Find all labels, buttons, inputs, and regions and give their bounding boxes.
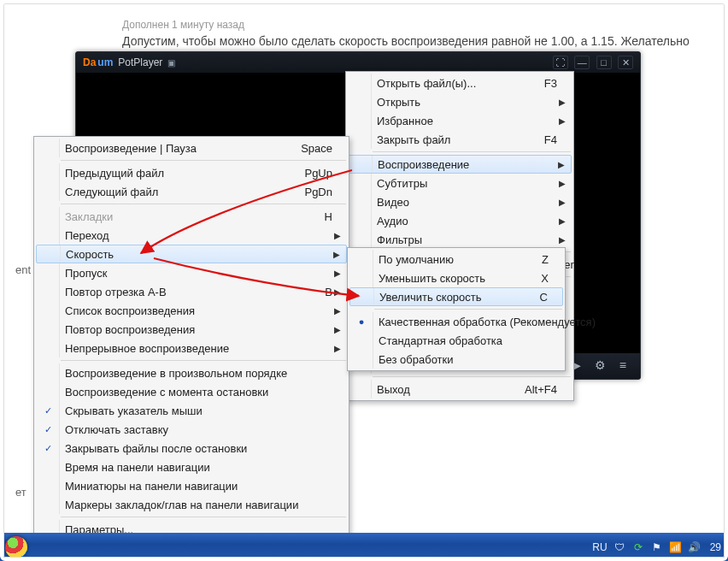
menu-separator xyxy=(374,309,562,310)
submenu-arrow-icon: ▶ xyxy=(557,97,567,107)
menu-label: Пропуск xyxy=(65,267,332,280)
menu-label: Фильтры xyxy=(377,233,557,246)
menu-gutter xyxy=(350,331,373,350)
tray-network-icon[interactable]: 📶 xyxy=(669,540,683,554)
menu-label: Время на панели навигации xyxy=(65,461,332,474)
menu-label: Воспроизведение с момента остановки xyxy=(65,386,332,399)
menu-label: Предыдущий файл xyxy=(65,167,284,180)
menu-label: Скорость xyxy=(66,248,332,261)
playback-menu-item[interactable]: Воспроизведение в произвольном порядке xyxy=(35,363,348,382)
playback-menu-item[interactable]: Маркеры закладок/глав на панели навигаци… xyxy=(35,495,348,514)
playback-menu-item[interactable]: ✓Скрывать указатель мыши xyxy=(35,401,348,420)
menu-gutter: ● xyxy=(350,312,373,331)
menu-gutter xyxy=(349,92,372,111)
menu-gutter xyxy=(349,211,372,230)
menu-shortcut: X xyxy=(541,272,549,285)
playback-menu-item[interactable]: Повтор воспроизведения▶ xyxy=(35,320,348,339)
playback-menu-item[interactable]: Повтор отрезка A-BB▶ xyxy=(35,282,348,301)
menu-label: Маркеры закладок/глав на панели навигаци… xyxy=(65,499,332,511)
menu-gutter xyxy=(349,230,372,249)
menu-gutter xyxy=(349,174,372,192)
logo-part-1: Da xyxy=(83,56,96,68)
title-bar[interactable]: Daum PotPlayer ▣ ⛶ — □ ✕ xyxy=(76,52,640,73)
submenu-arrow-icon: ▶ xyxy=(557,235,567,245)
menu-gutter: ✓ xyxy=(37,439,60,458)
playback-menu-item[interactable]: Непрерывное воспроизведение▶ xyxy=(35,339,348,357)
playback-menu-item[interactable]: Время на панели навигации xyxy=(35,458,348,476)
menu-separator xyxy=(373,151,571,152)
menu-shortcut: Space xyxy=(301,142,332,155)
playback-menu-item[interactable]: Предыдущий файлPgUp xyxy=(35,163,348,182)
main-menu-item[interactable]: Субтитры▶ xyxy=(347,174,572,192)
menu-separator xyxy=(61,204,346,204)
playback-menu-item[interactable]: Следующий файлPgDn xyxy=(35,182,348,201)
playback-menu-item[interactable]: ✓Закрывать файлы после остановки xyxy=(35,439,348,458)
main-menu-item[interactable]: Фильтры▶ xyxy=(347,230,572,249)
playback-menu-item[interactable]: Воспроизведение | ПаузаSpace xyxy=(35,139,348,157)
system-tray[interactable]: RU 🛡 ⟳ ⚑ 📶 🔊 29 xyxy=(592,540,728,554)
menu-gutter xyxy=(350,269,373,287)
main-menu-item[interactable]: Воспроизведение▶ xyxy=(348,155,572,174)
tray-sync-icon[interactable]: ⟳ xyxy=(631,540,645,554)
main-menu-item[interactable]: Открыть▶ xyxy=(347,92,572,111)
tray-clock[interactable]: 29 xyxy=(710,541,721,553)
start-button[interactable] xyxy=(0,533,32,561)
playback-menu-item[interactable]: Переход▶ xyxy=(35,226,348,245)
taskbar[interactable]: RU 🛡 ⟳ ⚑ 📶 🔊 29 xyxy=(0,533,728,561)
submenu-arrow-icon: ▶ xyxy=(557,216,567,226)
menu-label: Открыть xyxy=(377,96,557,109)
minimize-icon[interactable]: — xyxy=(574,56,590,69)
menu-label: Увеличить скорость xyxy=(379,291,520,304)
fullscreen-icon[interactable]: ⛶ xyxy=(553,56,568,69)
menu-label: Воспроизведение xyxy=(378,158,556,171)
menu-gutter xyxy=(351,288,374,305)
tray-flag-icon[interactable]: ⚑ xyxy=(650,540,664,554)
playback-menu-item[interactable]: Воспроизведение с момента остановки xyxy=(35,382,348,401)
playback-menu-item[interactable]: Миниатюры на панели навигации xyxy=(35,476,348,495)
menu-shortcut: Alt+F4 xyxy=(525,383,557,396)
speed-menu-item[interactable]: Стандартная обработка xyxy=(349,331,564,350)
post-meta: Дополнен 1 минуту назад xyxy=(122,19,244,31)
submenu-arrow-icon: ▶ xyxy=(332,306,343,316)
speed-menu-item[interactable]: Уменьшить скоростьX xyxy=(349,269,564,287)
menu-gutter xyxy=(37,476,60,495)
speed-menu-item[interactable]: ●Качественная обработка (Рекомендуется) xyxy=(349,312,564,331)
menu-label: Повтор воспроизведения xyxy=(65,323,332,336)
playback-menu-item[interactable]: Пропуск▶ xyxy=(35,263,348,282)
tray-shield-icon[interactable]: 🛡 xyxy=(613,540,626,554)
menu-gutter xyxy=(37,263,60,282)
speed-menu-item[interactable]: По умолчаниюZ xyxy=(349,250,564,269)
main-menu-item[interactable]: Избранное▶ xyxy=(347,111,572,130)
menu-gutter xyxy=(350,250,373,269)
menu-gutter xyxy=(349,111,372,130)
menu-label: Выход xyxy=(377,383,504,396)
speed-menu-item[interactable]: Без обработки xyxy=(349,350,564,369)
menu-gutter xyxy=(37,301,60,320)
main-menu-item[interactable]: Видео▶ xyxy=(347,192,572,211)
post-text: Допустим, чтобы можно было сделать скоро… xyxy=(122,34,690,48)
playback-menu-item[interactable]: Список воспроизведения▶ xyxy=(35,301,348,320)
lang-indicator[interactable]: RU xyxy=(592,541,607,553)
main-menu-item[interactable]: Открыть файл(ы)...F3 xyxy=(347,74,572,92)
main-menu-item[interactable]: Аудио▶ xyxy=(347,211,572,230)
close-icon[interactable]: ✕ xyxy=(618,56,633,69)
menu-gutter xyxy=(37,163,60,182)
menu-shortcut: C xyxy=(540,291,548,304)
tray-volume-icon[interactable]: 🔊 xyxy=(688,540,702,554)
playback-menu-item[interactable]: ЗакладкиH xyxy=(35,207,348,226)
main-menu-item[interactable]: ВыходAlt+F4 xyxy=(347,380,572,399)
menu-label: Субтитры xyxy=(377,177,557,190)
menu-label: Отключать заставку xyxy=(65,423,332,436)
menu-label: По умолчанию xyxy=(379,253,521,266)
menu-label: Без обработки xyxy=(379,353,549,366)
speed-menu-item[interactable]: Увеличить скоростьC xyxy=(349,287,563,306)
menu-label: Закрывать файлы после остановки xyxy=(65,442,332,455)
menu-gutter xyxy=(37,282,60,301)
submenu-arrow-icon: ▶ xyxy=(557,179,567,188)
menu-label: Воспроизведение в произвольном порядке xyxy=(65,367,332,380)
main-menu-item[interactable]: Закрыть файлF4 xyxy=(347,130,572,149)
maximize-icon[interactable]: □ xyxy=(596,56,612,69)
menu-label: Видео xyxy=(377,196,557,209)
playback-menu-item[interactable]: Скорость▶ xyxy=(36,245,347,263)
playback-menu-item[interactable]: ✓Отключать заставку xyxy=(35,420,348,439)
